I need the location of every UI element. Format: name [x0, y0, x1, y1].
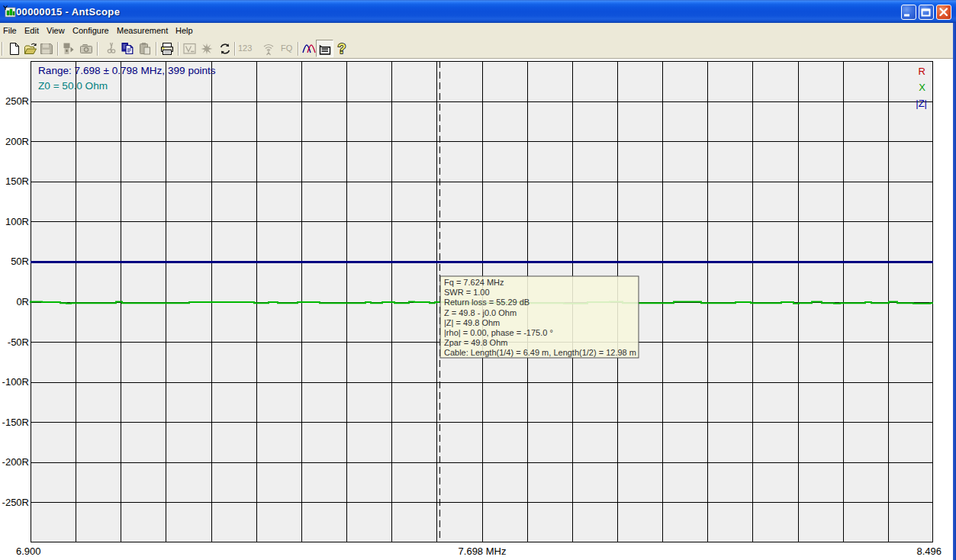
- svg-text:Z0 = 50.0 Ohm: Z0 = 50.0 Ohm: [38, 80, 108, 92]
- svg-text:8.496: 8.496: [916, 546, 942, 557]
- svg-text:6.900: 6.900: [16, 546, 41, 557]
- svg-text:Cable: Length(1/4) = 6.49 m, L: Cable: Length(1/4) = 6.49 m, Length(1/2)…: [444, 348, 636, 357]
- svg-text:150R: 150R: [5, 175, 29, 187]
- svg-text:|Z| = 49.8 Ohm: |Z| = 49.8 Ohm: [444, 318, 500, 327]
- svg-text:-150R: -150R: [2, 417, 29, 428]
- svg-text:-250R: -250R: [2, 497, 29, 508]
- svg-text:250R: 250R: [5, 95, 29, 107]
- svg-text:Range: 7.698 ± 0.798 MHz, 399: Range: 7.698 ± 0.798 MHz, 399 points: [38, 65, 216, 76]
- svg-text:Fq = 7.624 MHz: Fq = 7.624 MHz: [444, 278, 504, 287]
- svg-text:R: R: [919, 66, 925, 77]
- svg-text:-50R: -50R: [8, 336, 29, 348]
- svg-text:200R: 200R: [5, 136, 29, 147]
- svg-text:|rho| = 0.00, phase = -175.0 °: |rho| = 0.00, phase = -175.0 °: [444, 328, 553, 337]
- svg-text:X: X: [919, 82, 925, 93]
- svg-text:7.698 MHz: 7.698 MHz: [459, 546, 507, 557]
- svg-text:?: ?: [338, 41, 346, 56]
- svg-text:-100R: -100R: [2, 376, 29, 388]
- svg-text:50R: 50R: [11, 256, 29, 267]
- svg-text:Z = 49.8 - j0.0 Ohm: Z = 49.8 - j0.0 Ohm: [444, 308, 517, 317]
- svg-text:0R: 0R: [16, 296, 29, 307]
- svg-text:100R: 100R: [5, 216, 29, 227]
- svg-text:Return loss = 55.29 dB: Return loss = 55.29 dB: [444, 298, 530, 307]
- svg-text:SWR = 1.00: SWR = 1.00: [444, 288, 490, 297]
- svg-text:Zpar = 49.8 Ohm: Zpar = 49.8 Ohm: [444, 338, 507, 347]
- svg-text:-200R: -200R: [2, 456, 29, 468]
- svg-text:|Z|: |Z|: [916, 98, 927, 109]
